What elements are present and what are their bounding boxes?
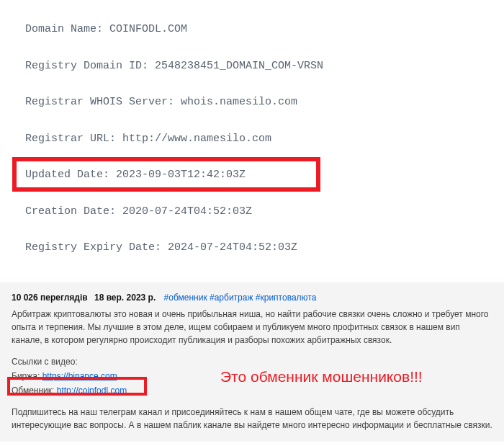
whois-server: Registrar WHOIS Server: whois.namesilo.c…	[25, 94, 479, 111]
scam-warning: Это обменник мошенников!!!	[220, 365, 423, 388]
views-count: 10 026 переглядів	[12, 293, 88, 303]
highlight-wrapper: Updated Date: 2023-09-03T12:42:03Z	[25, 167, 246, 184]
exchanger-link[interactable]: http://coinfodl.com	[57, 385, 127, 396]
footer-text: Подпишитесь на наш телеграм канал и прис…	[12, 406, 492, 432]
links-block: Ссылки с видео: Биржа: https://binance.c…	[12, 355, 492, 397]
exchange-label: Биржа:	[12, 371, 42, 381]
whois-value: 2548238451_DOMAIN_COM-VRSN	[155, 60, 323, 72]
exchange-link[interactable]: https://binance.com	[42, 371, 117, 381]
whois-creation-date: Creation Date: 2020-07-24T04:52:03Z	[25, 204, 479, 220]
whois-value: COINFODL.COM	[109, 23, 187, 35]
whois-value: 2023-09-03T12:42:03Z	[116, 169, 246, 181]
whois-value: http://www.namesilo.com	[122, 133, 271, 145]
hashtags-link[interactable]: #обменник #арбитраж #криптовалюта	[164, 293, 317, 303]
whois-expiry-date: Registry Expiry Date: 2024-07-24T04:52:0…	[25, 240, 479, 257]
description-text: Арбитраж криптовалюты это новая и очень …	[12, 308, 492, 347]
whois-label: Registrar URL:	[25, 133, 122, 145]
whois-value: whois.namesilo.com	[181, 96, 297, 108]
publish-date: 18 вер. 2023 р.	[94, 293, 156, 303]
whois-domain-name: Domain Name: COINFODL.COM	[25, 22, 479, 38]
whois-value: 2020-07-24T04:52:03Z	[122, 205, 252, 218]
whois-updated-date: Updated Date: 2023-09-03T12:42:03Z	[25, 167, 479, 184]
whois-label: Creation Date:	[25, 205, 122, 218]
whois-value: 2024-07-24T04:52:03Z	[168, 241, 297, 254]
whois-panel: Domain Name: COINFODL.COM Registry Domai…	[0, 0, 504, 277]
whois-label: Updated Date:	[25, 169, 116, 181]
description-panel: 10 026 переглядів 18 вер. 2023 р. #обмен…	[0, 282, 504, 442]
exchanger-label: Обменник:	[12, 385, 57, 396]
whois-registry-id: Registry Domain ID: 2548238451_DOMAIN_CO…	[25, 58, 479, 75]
whois-registrar-url: Registrar URL: http://www.namesilo.com	[25, 131, 479, 148]
whois-label: Domain Name:	[25, 23, 109, 35]
whois-label: Registry Domain ID:	[25, 60, 155, 72]
meta-row: 10 026 переглядів 18 вер. 2023 р. #обмен…	[12, 291, 492, 304]
whois-label: Registrar WHOIS Server:	[25, 96, 181, 108]
whois-label: Registry Expiry Date:	[25, 241, 168, 254]
